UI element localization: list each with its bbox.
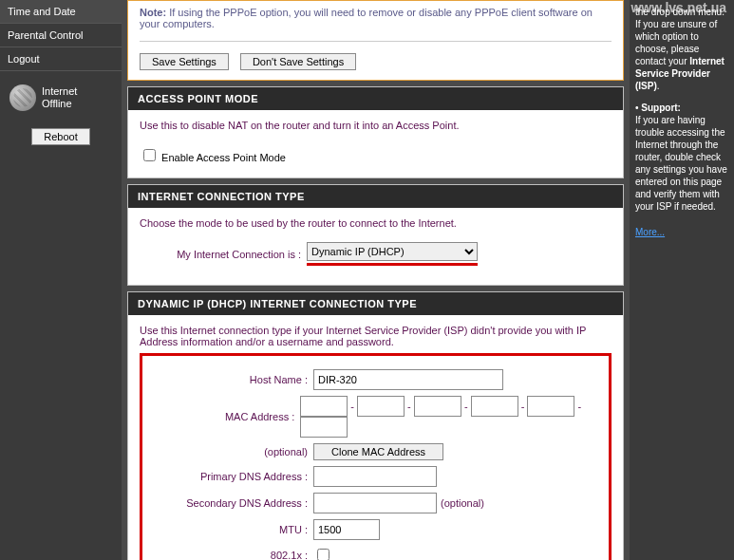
mac-input-3[interactable] <box>414 396 461 417</box>
apm-checkbox[interactable] <box>143 149 156 161</box>
dhcp-form: Host Name : MAC Address : - - - - - <box>140 353 612 560</box>
mac-label: MAC Address : <box>146 411 300 422</box>
dhcp-card: DYNAMIC IP (DHCP) INTERNET CONNECTION TY… <box>127 291 624 560</box>
mac-input-2[interactable] <box>357 396 405 417</box>
tips-text-2: If you are having trouble accessing the … <box>635 114 728 213</box>
sidebar-item-logout[interactable]: Logout <box>0 47 122 71</box>
dont-save-button-top[interactable]: Don't Save Settings <box>240 53 356 70</box>
mac-optional: (optional) <box>146 446 313 457</box>
dhcp-desc: Use this Internet connection type if you… <box>140 325 612 347</box>
sidebar-item-time-date[interactable]: Time and Date <box>0 0 122 24</box>
sidebar: Time and Date Parental Control Logout In… <box>0 0 122 560</box>
host-label: Host Name : <box>146 374 313 385</box>
mac-input-5[interactable] <box>527 396 574 417</box>
note-text: If using the PPPoE option, you will need… <box>140 7 593 29</box>
note-prefix: Note: <box>140 7 166 18</box>
sidebar-item-parental[interactable]: Parental Control <box>0 24 122 47</box>
apm-desc: Use this to disable NAT on the router an… <box>140 120 612 131</box>
ict-title: INTERNET CONNECTION TYPE <box>128 185 623 208</box>
mac-input-1[interactable] <box>300 396 348 417</box>
dot1x-label: 802.1x : <box>146 550 313 561</box>
ict-select[interactable]: Dynamic IP (DHCP) <box>307 242 478 261</box>
ict-desc: Choose the mode to be used by the router… <box>140 217 612 229</box>
pdns-label: Primary DNS Address : <box>146 471 313 482</box>
apm-card: ACCESS POINT MODE Use this to disable NA… <box>127 86 624 178</box>
tips-support-label: Support: <box>641 103 681 113</box>
save-button-top[interactable]: Save Settings <box>140 53 229 70</box>
host-input[interactable] <box>313 369 503 390</box>
tips-panel: www.lvs.net.ua the drop down menu. If yo… <box>630 0 734 560</box>
sdns-input[interactable] <box>313 493 437 513</box>
pdns-input[interactable] <box>313 466 437 487</box>
sdns-optional: (optional) <box>441 497 484 509</box>
ict-label: My Internet Connection is : <box>140 249 307 260</box>
main-content: Note: If using the PPPoE option, you wil… <box>122 0 630 560</box>
apm-checkbox-label: Enable Access Point Mode <box>161 152 286 163</box>
internet-status: Internet Offline <box>0 71 122 124</box>
globe-icon <box>9 84 36 111</box>
mtu-input[interactable] <box>313 519 380 540</box>
status-text: Internet Offline <box>42 85 77 110</box>
dhcp-title: DYNAMIC IP (DHCP) INTERNET CONNECTION TY… <box>128 292 623 315</box>
note-card: Note: If using the PPPoE option, you wil… <box>127 0 624 81</box>
reboot-button[interactable]: Reboot <box>31 128 89 145</box>
watermark: www.lvs.net.ua <box>630 2 726 14</box>
clone-mac-button[interactable]: Clone MAC Address <box>313 443 443 460</box>
apm-title: ACCESS POINT MODE <box>128 87 623 110</box>
ict-card: INTERNET CONNECTION TYPE Choose the mode… <box>127 184 624 286</box>
dot1x-checkbox[interactable] <box>317 549 329 560</box>
sdns-label: Secondary DNS Address : <box>146 497 313 509</box>
mtu-label: MTU : <box>146 524 313 535</box>
more-link[interactable]: More... <box>635 227 665 237</box>
mac-input-6[interactable] <box>300 417 348 438</box>
mac-input-4[interactable] <box>471 396 518 417</box>
